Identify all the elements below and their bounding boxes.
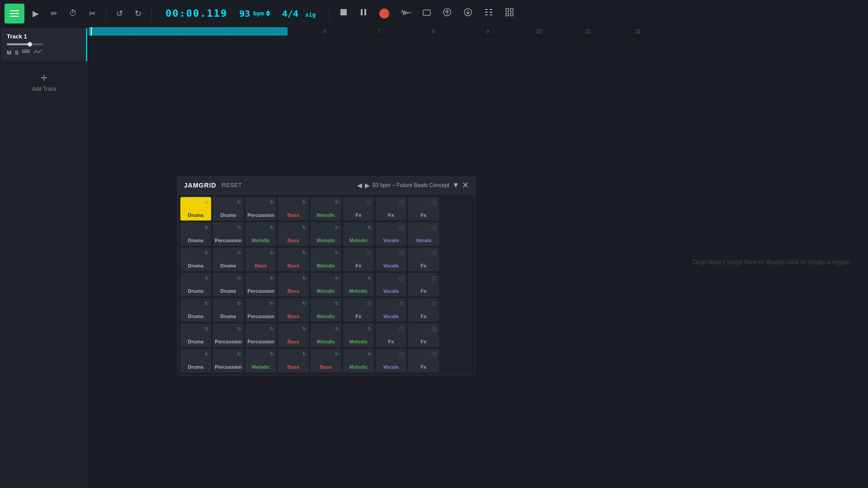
jamgrid-cell[interactable]: ↻Melodic: [311, 273, 341, 296]
jamgrid-cell[interactable]: ↻Bass: [278, 222, 309, 246]
waveform-button[interactable]: [397, 6, 415, 21]
jamgrid-cell[interactable]: ↻Bass: [278, 324, 309, 347]
export-button[interactable]: [439, 5, 455, 22]
jamgrid-cell[interactable]: ↻Melodic: [343, 222, 374, 246]
jamgrid-cell[interactable]: ↻Melodic: [343, 273, 374, 296]
jamgrid-cell[interactable]: ↻Melodic: [245, 349, 276, 372]
jamgrid-cell[interactable]: ⓘVocals: [376, 222, 406, 246]
jamgrid-next-button[interactable]: ▶: [365, 182, 370, 189]
jamgrid-cell[interactable]: ⓘFx: [408, 273, 439, 296]
jamgrid-cell[interactable]: ⓘFx: [343, 197, 374, 221]
jamgrid-cell[interactable]: ↻Drums: [180, 324, 211, 347]
solo-button[interactable]: S: [15, 50, 19, 56]
jamgrid-cell[interactable]: ↻Percussion: [213, 222, 244, 246]
jamgrid-cell[interactable]: ↻Bass: [278, 349, 309, 372]
jamgrid-cell[interactable]: ↻Melodic: [343, 324, 374, 347]
jamgrid-cell[interactable]: ⓘFx: [408, 298, 439, 322]
pause-button[interactable]: [356, 5, 371, 21]
jamgrid-cell[interactable]: ↻Percussion: [213, 324, 244, 347]
pencil-tool-button[interactable]: ✏: [47, 6, 61, 21]
jamgrid-cell[interactable]: ⓘVocals: [376, 298, 406, 322]
jamgrid-prev-button[interactable]: ◀: [357, 182, 362, 189]
jamgrid-cell[interactable]: ⓘVocals: [376, 273, 406, 296]
jamgrid-cell[interactable]: ↻Melodic: [311, 298, 341, 322]
bpm-arrows[interactable]: [266, 10, 270, 16]
svg-rect-13: [490, 14, 492, 15]
jamgrid-cell[interactable]: ↻Drums: [213, 298, 244, 322]
jamgrid-cell[interactable]: ↻Drums: [180, 349, 211, 372]
jamgrid-cell[interactable]: ↻Drums: [213, 248, 244, 271]
jamgrid-cell[interactable]: ⓘFx: [408, 324, 439, 347]
track-controls: M S: [7, 49, 80, 56]
jamgrid-cell[interactable]: ⓘVocals: [376, 349, 406, 372]
cell-label: Drums: [188, 314, 204, 319]
import-button[interactable]: [460, 5, 476, 22]
cell-label: Drums: [188, 364, 204, 370]
jamgrid-cell[interactable]: ↻Percussion: [245, 298, 276, 322]
midi-button[interactable]: [22, 49, 30, 56]
jamgrid-cell[interactable]: ⓘFx: [376, 197, 406, 221]
undo-button[interactable]: ↺: [113, 6, 127, 21]
jamgrid-cell[interactable]: ↻Bass: [278, 248, 309, 271]
jamgrid-cell[interactable]: ↻Drums: [180, 197, 211, 221]
jamgrid-cell[interactable]: ↻Melodic: [343, 349, 374, 372]
jamgrid-cell[interactable]: ↻Percussion: [245, 197, 276, 221]
jamgrid-cell[interactable]: ⓘFx: [376, 324, 406, 347]
settings-button[interactable]: [481, 5, 497, 22]
jamgrid-reset-button[interactable]: RESET: [222, 182, 242, 188]
mute-button[interactable]: M: [7, 50, 11, 56]
jamgrid-cell[interactable]: ↻Percussion: [245, 273, 276, 296]
refresh-icon: ↻: [302, 301, 306, 306]
scissors-tool-button[interactable]: ✂: [85, 6, 99, 21]
hamburger-line: [10, 16, 19, 17]
grid-button[interactable]: [501, 5, 518, 22]
redo-button[interactable]: ↻: [131, 6, 145, 21]
jamgrid-cell[interactable]: ⓘFx: [408, 349, 439, 372]
jamgrid-cell[interactable]: ↻Drums: [180, 248, 211, 271]
jamgrid-dropdown-button[interactable]: ▼: [452, 181, 459, 189]
jamgrid-cell[interactable]: ↻Melodic: [311, 248, 341, 271]
jamgrid-cell[interactable]: ⓘFx: [408, 248, 439, 271]
jamgrid-cell[interactable]: ↻Drums: [180, 298, 211, 322]
cell-label: Melodic: [349, 364, 368, 370]
loop-button[interactable]: [419, 6, 434, 21]
automation-button[interactable]: [34, 49, 42, 56]
record-button[interactable]: [376, 6, 393, 21]
jamgrid-cell[interactable]: ⓘFx: [343, 248, 374, 271]
clock-tool-button[interactable]: ⏱: [66, 6, 81, 21]
bpm-value: 93: [239, 8, 250, 19]
select-tool-button[interactable]: ▶: [29, 6, 42, 21]
cell-label: Melodic: [252, 238, 270, 243]
jamgrid-cell[interactable]: ↻Melodic: [245, 222, 276, 246]
cell-label: Melodic: [349, 238, 368, 243]
jamgrid-cell[interactable]: ⓘVocals: [408, 222, 439, 246]
bpm-down-arrow[interactable]: [266, 14, 270, 16]
toolbar: ▶ ✏ ⏱ ✂ ↺ ↻ 00:00.119 93 bpm 4/4 sig: [0, 0, 868, 27]
cell-label: Fx: [388, 212, 394, 218]
jamgrid-cell[interactable]: ⓘFx: [343, 298, 374, 322]
jamgrid-cell[interactable]: ↻Percussion: [213, 349, 244, 372]
jamgrid-cell[interactable]: ↻Bass: [245, 248, 276, 271]
jamgrid-cell[interactable]: ↻Drums: [180, 273, 211, 296]
jamgrid-close-button[interactable]: ✕: [462, 180, 469, 190]
jamgrid-cell[interactable]: ↻Melodic: [311, 324, 341, 347]
jamgrid-cell[interactable]: ↻Bass: [278, 273, 309, 296]
jamgrid-cell[interactable]: ↻Bass: [311, 349, 341, 372]
timeline-region[interactable]: [89, 27, 288, 36]
track-volume-slider[interactable]: [7, 43, 43, 45]
jamgrid-cell[interactable]: ↻Drums: [213, 273, 244, 296]
menu-button[interactable]: [5, 4, 24, 23]
jamgrid-cell[interactable]: ↻Drums: [213, 197, 244, 221]
add-track-area[interactable]: + Add Track: [0, 62, 88, 101]
ruler-mark: 11: [586, 29, 591, 34]
jamgrid-cell[interactable]: ↻Bass: [278, 298, 309, 322]
jamgrid-cell[interactable]: ↻Drums: [180, 222, 211, 246]
bpm-up-arrow[interactable]: [266, 10, 270, 13]
stop-button[interactable]: [336, 5, 351, 21]
jamgrid-cell[interactable]: ↻Melodic: [311, 197, 341, 221]
jamgrid-cell[interactable]: ↻Percussion: [245, 324, 276, 347]
jamgrid-cell[interactable]: ⓘFx: [408, 197, 439, 221]
jamgrid-cell[interactable]: ↻Melodic: [311, 222, 341, 246]
jamgrid-cell[interactable]: ⓘVocals: [376, 248, 406, 271]
jamgrid-cell[interactable]: ↻Bass: [278, 197, 309, 221]
